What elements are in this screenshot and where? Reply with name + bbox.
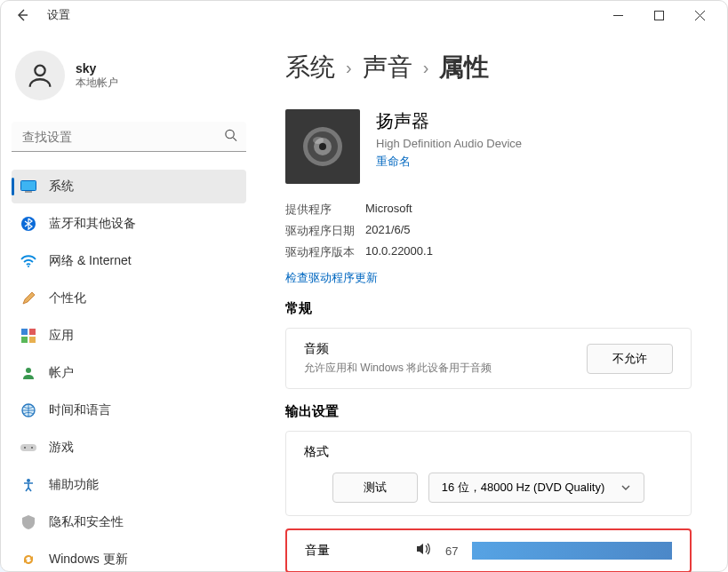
svg-point-16	[27, 479, 30, 482]
brush-icon	[20, 290, 36, 306]
sidebar-item-gaming[interactable]: 游戏	[12, 431, 246, 465]
back-arrow-icon	[15, 8, 29, 22]
sidebar-item-label: 游戏	[49, 440, 74, 456]
gaming-icon	[20, 440, 36, 456]
device-subtitle: High Definition Audio Device	[376, 137, 522, 150]
svg-point-15	[31, 447, 33, 449]
sidebar-item-label: 帐户	[49, 365, 74, 381]
shield-icon	[20, 514, 36, 530]
minimize-button[interactable]	[597, 1, 638, 29]
maximize-icon	[654, 11, 664, 20]
profile-name: sky	[76, 61, 118, 75]
maximize-button[interactable]	[638, 1, 679, 29]
driver-version-value: 10.0.22000.1	[365, 244, 433, 260]
sidebar-item-privacy[interactable]: 隐私和安全性	[12, 505, 246, 539]
sidebar-item-time-language[interactable]: 时间和语言	[12, 393, 246, 427]
app-title: 设置	[47, 7, 70, 23]
globe-icon	[20, 402, 36, 418]
provider-value: Microsoft	[365, 202, 412, 218]
svg-point-1	[35, 66, 44, 75]
format-panel: 格式 测试 16 位，48000 Hz (DVD Quality)	[285, 431, 692, 516]
system-icon	[20, 179, 36, 195]
format-label: 格式	[304, 444, 673, 460]
apps-icon	[20, 328, 36, 344]
volume-value: 67	[445, 544, 458, 558]
volume-label: 音量	[305, 543, 330, 559]
sidebar-item-label: Windows 更新	[49, 552, 128, 568]
breadcrumb-system[interactable]: 系统	[285, 51, 335, 84]
svg-rect-3	[21, 181, 36, 191]
search-input[interactable]	[12, 122, 246, 152]
update-icon	[20, 552, 36, 568]
profile-block[interactable]: sky 本地帐户	[12, 44, 246, 118]
breadcrumb-current: 属性	[439, 51, 489, 84]
bluetooth-icon	[20, 216, 36, 232]
rename-link[interactable]: 重命名	[376, 154, 522, 170]
sidebar-item-system[interactable]: 系统	[12, 170, 246, 203]
speaker-icon	[415, 541, 431, 560]
output-section-title: 输出设置	[285, 403, 692, 420]
breadcrumb-sound[interactable]: 声音	[363, 51, 412, 84]
svg-point-21	[313, 137, 324, 144]
disallow-button[interactable]: 不允许	[587, 344, 673, 374]
audio-desc: 允许应用和 Windows 将此设备用于音频	[304, 361, 492, 376]
test-button[interactable]: 测试	[332, 473, 418, 503]
sidebar-item-label: 网络 & Internet	[49, 253, 132, 269]
svg-rect-7	[21, 329, 28, 335]
minimize-icon	[613, 11, 623, 20]
provider-label: 提供程序	[285, 202, 365, 218]
sidebar-item-label: 蓝牙和其他设备	[49, 216, 136, 232]
sidebar-item-label: 时间和语言	[49, 402, 111, 418]
general-section-title: 常规	[285, 300, 692, 317]
search-icon	[224, 129, 237, 146]
sidebar-item-accounts[interactable]: 帐户	[12, 356, 246, 390]
svg-rect-9	[21, 337, 28, 343]
close-icon	[695, 11, 705, 20]
svg-point-2	[226, 130, 234, 138]
format-value: 16 位，48000 Hz (DVD Quality)	[442, 480, 605, 496]
svg-rect-13	[20, 444, 36, 451]
svg-point-14	[24, 447, 26, 449]
sidebar-item-personalization[interactable]: 个性化	[12, 282, 246, 315]
audio-title: 音频	[304, 341, 492, 357]
wifi-icon	[20, 253, 36, 269]
sidebar-item-label: 系统	[49, 179, 74, 195]
svg-rect-4	[25, 192, 32, 193]
sidebar-item-label: 应用	[49, 328, 74, 344]
close-button[interactable]	[679, 1, 720, 29]
svg-rect-10	[29, 337, 36, 343]
driver-date-value: 2021/6/5	[365, 223, 411, 239]
chevron-down-icon	[620, 482, 631, 493]
avatar	[15, 51, 65, 100]
svg-point-6	[28, 266, 29, 267]
sidebar-item-accessibility[interactable]: 辅助功能	[12, 468, 246, 502]
speaker-device-icon	[285, 109, 360, 184]
audio-panel: 音频 允许应用和 Windows 将此设备用于音频 不允许	[285, 328, 692, 389]
driver-date-label: 驱动程序日期	[285, 223, 365, 239]
svg-rect-8	[29, 329, 36, 335]
accessibility-icon	[20, 477, 36, 493]
sidebar-item-windows-update[interactable]: Windows 更新	[12, 543, 246, 572]
driver-version-label: 驱动程序版本	[285, 244, 365, 260]
sidebar-item-label: 隐私和安全性	[49, 514, 124, 530]
check-updates-link[interactable]: 检查驱动程序更新	[285, 271, 378, 284]
device-title: 扬声器	[376, 109, 522, 133]
account-icon	[20, 365, 36, 381]
format-select[interactable]: 16 位，48000 Hz (DVD Quality)	[428, 473, 645, 503]
person-icon	[25, 60, 55, 91]
sidebar-item-network[interactable]: 网络 & Internet	[12, 244, 246, 278]
breadcrumb: 系统 › 声音 › 属性	[285, 51, 692, 84]
volume-slider[interactable]	[472, 542, 672, 560]
volume-panel: 音量 67	[285, 528, 692, 572]
chevron-right-icon: ›	[346, 58, 352, 78]
chevron-right-icon: ›	[423, 58, 429, 78]
svg-point-11	[26, 368, 31, 373]
back-button[interactable]	[8, 1, 36, 29]
profile-type: 本地帐户	[76, 75, 118, 91]
sidebar-item-label: 辅助功能	[49, 477, 99, 493]
sidebar-item-bluetooth[interactable]: 蓝牙和其他设备	[12, 207, 246, 241]
svg-rect-0	[654, 11, 663, 20]
sidebar-item-label: 个性化	[49, 290, 86, 306]
svg-point-20	[319, 143, 326, 150]
sidebar-item-apps[interactable]: 应用	[12, 319, 246, 353]
